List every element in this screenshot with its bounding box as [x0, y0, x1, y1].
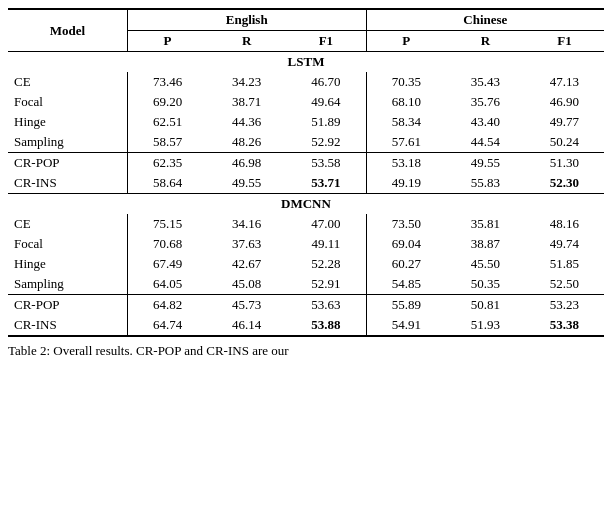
chn-r-cell: 35.43 [446, 72, 525, 92]
chn-f1-header: F1 [525, 31, 604, 52]
model-cell: CR-INS [8, 173, 127, 194]
eng-p-cell: 64.74 [127, 315, 207, 336]
chn-p-cell: 69.04 [366, 234, 446, 254]
model-cell: CE [8, 214, 127, 234]
eng-r-cell: 38.71 [207, 92, 286, 112]
eng-r-cell: 44.36 [207, 112, 286, 132]
table-row: Hinge67.4942.6752.2860.2745.5051.85 [8, 254, 604, 274]
table-row: Hinge62.5144.3651.8958.3443.4049.77 [8, 112, 604, 132]
chn-f1-cell: 53.23 [525, 295, 604, 316]
eng-r-cell: 46.14 [207, 315, 286, 336]
eng-f1-cell: 53.88 [286, 315, 366, 336]
chn-r-cell: 49.55 [446, 153, 525, 174]
table-row: CE75.1534.1647.0073.5035.8148.16 [8, 214, 604, 234]
chn-f1-cell: 51.30 [525, 153, 604, 174]
model-cell: CR-POP [8, 153, 127, 174]
chn-r-cell: 38.87 [446, 234, 525, 254]
section-header-dmcnn: DMCNN [8, 194, 604, 215]
chinese-header: Chinese [366, 9, 604, 31]
chn-p-cell: 53.18 [366, 153, 446, 174]
eng-p-cell: 58.57 [127, 132, 207, 153]
chn-r-cell: 35.76 [446, 92, 525, 112]
eng-r-cell: 49.55 [207, 173, 286, 194]
chn-p-cell: 70.35 [366, 72, 446, 92]
eng-f1-cell: 46.70 [286, 72, 366, 92]
eng-p-cell: 62.51 [127, 112, 207, 132]
chn-r-cell: 51.93 [446, 315, 525, 336]
eng-f1-cell: 53.71 [286, 173, 366, 194]
section-name-dmcnn: DMCNN [8, 194, 604, 215]
table-row: CR-POP64.8245.7353.6355.8950.8153.23 [8, 295, 604, 316]
table-row: Focal69.2038.7149.6468.1035.7646.90 [8, 92, 604, 112]
chn-r-cell: 50.35 [446, 274, 525, 295]
results-table: Model English Chinese P R F1 P R F1 LSTM… [8, 8, 604, 337]
eng-p-cell: 64.05 [127, 274, 207, 295]
eng-r-cell: 45.08 [207, 274, 286, 295]
chn-p-cell: 49.19 [366, 173, 446, 194]
chn-f1-cell: 50.24 [525, 132, 604, 153]
model-cell: Sampling [8, 132, 127, 153]
chn-p-cell: 54.91 [366, 315, 446, 336]
table-container: Model English Chinese P R F1 P R F1 LSTM… [8, 8, 604, 359]
eng-f1-cell: 51.89 [286, 112, 366, 132]
eng-f1-cell: 52.91 [286, 274, 366, 295]
eng-r-cell: 48.26 [207, 132, 286, 153]
eng-f1-cell: 53.63 [286, 295, 366, 316]
eng-p-cell: 64.82 [127, 295, 207, 316]
model-cell: Sampling [8, 274, 127, 295]
chn-f1-cell: 46.90 [525, 92, 604, 112]
table-row: Sampling58.5748.2652.9257.6144.5450.24 [8, 132, 604, 153]
table-row: CE73.4634.2346.7070.3535.4347.13 [8, 72, 604, 92]
chn-f1-cell: 49.77 [525, 112, 604, 132]
eng-r-cell: 34.16 [207, 214, 286, 234]
eng-p-cell: 73.46 [127, 72, 207, 92]
chn-f1-cell: 51.85 [525, 254, 604, 274]
eng-p-cell: 75.15 [127, 214, 207, 234]
eng-f1-cell: 47.00 [286, 214, 366, 234]
model-cell: Hinge [8, 112, 127, 132]
eng-r-cell: 34.23 [207, 72, 286, 92]
eng-r-header: R [207, 31, 286, 52]
model-cell: Focal [8, 92, 127, 112]
chn-r-header: R [446, 31, 525, 52]
chn-p-cell: 58.34 [366, 112, 446, 132]
chn-p-cell: 68.10 [366, 92, 446, 112]
chn-r-cell: 45.50 [446, 254, 525, 274]
model-cell: CR-INS [8, 315, 127, 336]
chn-f1-cell: 49.74 [525, 234, 604, 254]
model-cell: Focal [8, 234, 127, 254]
chn-p-cell: 55.89 [366, 295, 446, 316]
eng-p-cell: 70.68 [127, 234, 207, 254]
eng-f1-cell: 52.92 [286, 132, 366, 153]
chn-r-cell: 55.83 [446, 173, 525, 194]
eng-p-cell: 69.20 [127, 92, 207, 112]
chn-p-cell: 54.85 [366, 274, 446, 295]
section-header-lstm: LSTM [8, 52, 604, 73]
eng-f1-cell: 52.28 [286, 254, 366, 274]
chn-f1-cell: 53.38 [525, 315, 604, 336]
chn-f1-cell: 48.16 [525, 214, 604, 234]
table-row: Sampling64.0545.0852.9154.8550.3552.50 [8, 274, 604, 295]
chn-p-cell: 60.27 [366, 254, 446, 274]
chn-p-cell: 57.61 [366, 132, 446, 153]
eng-r-cell: 42.67 [207, 254, 286, 274]
eng-p-header: P [127, 31, 207, 52]
table-caption: Table 2: Overall results. CR-POP and CR-… [8, 343, 604, 359]
eng-f1-cell: 53.58 [286, 153, 366, 174]
eng-r-cell: 45.73 [207, 295, 286, 316]
chn-r-cell: 35.81 [446, 214, 525, 234]
table-row: CR-INS64.7446.1453.8854.9151.9353.38 [8, 315, 604, 336]
eng-p-cell: 58.64 [127, 173, 207, 194]
chn-r-cell: 43.40 [446, 112, 525, 132]
chn-f1-cell: 52.50 [525, 274, 604, 295]
model-cell: CR-POP [8, 295, 127, 316]
chn-f1-cell: 47.13 [525, 72, 604, 92]
chn-r-cell: 44.54 [446, 132, 525, 153]
model-cell: Hinge [8, 254, 127, 274]
table-row: CR-INS58.6449.5553.7149.1955.8352.30 [8, 173, 604, 194]
eng-f1-cell: 49.64 [286, 92, 366, 112]
chn-p-cell: 73.50 [366, 214, 446, 234]
table-row: Focal70.6837.6349.1169.0438.8749.74 [8, 234, 604, 254]
eng-f1-cell: 49.11 [286, 234, 366, 254]
section-name-lstm: LSTM [8, 52, 604, 73]
